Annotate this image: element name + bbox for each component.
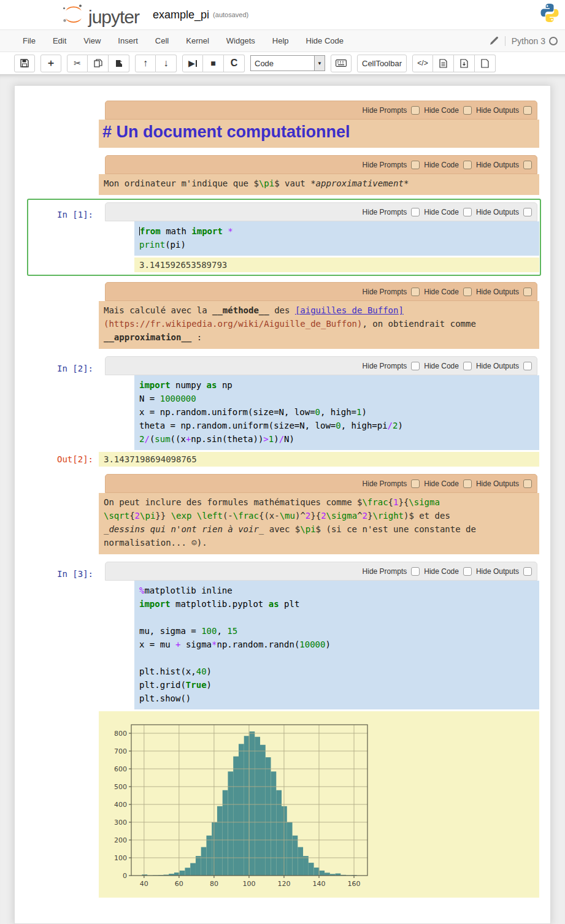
blank-file-button[interactable]: [475, 55, 496, 72]
hide-prompts-checkbox[interactable]: [411, 208, 420, 216]
svg-text:120: 120: [277, 880, 290, 888]
hide-prompts-checkbox[interactable]: [411, 288, 420, 296]
hide-outputs-checkbox[interactable]: [523, 362, 532, 370]
run-cell-button[interactable]: ▶: [182, 55, 203, 72]
markdown-source[interactable]: Mais calculé avec la __méthode__ des [ai…: [99, 301, 539, 349]
svg-text:500: 500: [114, 783, 127, 791]
jupyter-logo[interactable]: jupyter: [61, 3, 139, 26]
hide-code-checkbox[interactable]: [463, 161, 472, 169]
notebook-header: jupyter example_pi (autosaved): [0, 0, 565, 29]
menu-item-edit[interactable]: Edit: [44, 31, 75, 50]
menu-item-cell[interactable]: Cell: [147, 31, 177, 50]
cell-controls-band: Hide PromptsHide CodeHide Outputs: [105, 202, 537, 221]
markdown-cell: Hide PromptsHide CodeHide OutputsOn peut…: [15, 474, 539, 554]
text-token: $ vaut: [274, 178, 310, 188]
hide-code-checkbox[interactable]: [463, 288, 472, 296]
menu-item-widgets[interactable]: Widgets: [218, 31, 264, 50]
text-token: ): [398, 421, 402, 430]
cell-input-row: Hide PromptsHide CodeHide OutputsMon ord…: [15, 155, 539, 195]
text-token: as: [207, 380, 217, 390]
code-editor[interactable]: from math import *print(pi): [134, 221, 539, 256]
scissors-icon: ✂: [74, 58, 81, 68]
input-prompt: [15, 474, 99, 554]
menu-item-insert[interactable]: Insert: [109, 31, 147, 50]
cell-main-area: Hide PromptsHide CodeHide Outputs%matplo…: [99, 562, 539, 709]
svg-text:100: 100: [242, 880, 255, 888]
export-pdf-button[interactable]: [454, 55, 475, 72]
copy-cell-button[interactable]: [88, 55, 109, 72]
interrupt-kernel-button[interactable]: ■: [203, 55, 224, 72]
notebook-title[interactable]: example_pi: [153, 9, 209, 21]
cell-type-dropdown[interactable]: Code ▼: [250, 55, 325, 71]
menu-item-hide-code[interactable]: Hide Code: [298, 31, 352, 50]
markdown-line: Mon ordinateur m'indique que $\pi$ vaut …: [104, 177, 533, 191]
text-token: math: [161, 226, 192, 236]
menu-item-file[interactable]: File: [14, 31, 44, 50]
text-token: \left: [197, 511, 223, 521]
cut-cell-button[interactable]: ✂: [67, 55, 88, 72]
code-editor[interactable]: import numpy as npN = 1000000x = np.rand…: [134, 375, 539, 450]
hide-code-checkbox[interactable]: [463, 567, 472, 576]
input-prompt: [15, 282, 99, 349]
hide-outputs-checkbox[interactable]: [523, 106, 532, 115]
text-token: On peut inclure des formules mathématiqu…: [104, 497, 362, 507]
markdown-line: normalisation... ☺).: [104, 536, 533, 550]
move-cell-up-button[interactable]: ↑: [135, 55, 156, 72]
add-cell-button[interactable]: ＋: [40, 55, 61, 72]
hide-code-checkbox[interactable]: [463, 362, 472, 370]
paste-icon: [115, 59, 123, 67]
celltoolbar-button[interactable]: CellToolbar: [357, 55, 407, 72]
text-token: , high=pi: [341, 421, 388, 430]
cell-input-row: In [2]:Hide PromptsHide CodeHide Outputs…: [15, 356, 539, 450]
kernel-idle-icon: [549, 37, 558, 45]
hide-prompts-checkbox[interactable]: [411, 106, 420, 115]
text-token: 15: [227, 626, 237, 636]
python-logo-icon: [539, 2, 560, 23]
toggle-code-view-button[interactable]: </>: [412, 55, 433, 72]
code-line: [139, 611, 534, 624]
markdown-source[interactable]: Mon ordinateur m'indique que $\pi$ vaut …: [99, 174, 539, 195]
hide-outputs-checkbox[interactable]: [523, 208, 532, 216]
autosave-status: (autosaved): [213, 11, 248, 18]
text-token: ^: [357, 511, 362, 521]
menu-item-kernel[interactable]: Kernel: [177, 31, 218, 50]
hide-prompts-label: Hide Prompts: [363, 161, 407, 169]
save-button[interactable]: [14, 55, 35, 72]
hide-outputs-label: Hide Outputs: [476, 106, 519, 115]
hide-outputs-checkbox[interactable]: [523, 161, 532, 169]
markdown-source[interactable]: On peut inclure des formules mathématiqu…: [99, 493, 539, 554]
hide-prompts-checkbox[interactable]: [411, 479, 420, 488]
hide-prompts-checkbox[interactable]: [411, 362, 420, 370]
cell-main-area: Hide PromptsHide CodeHide Outputsfrom ma…: [99, 202, 539, 256]
dropdown-arrow-icon: ▼: [314, 56, 325, 71]
hide-outputs-checkbox[interactable]: [523, 288, 532, 296]
hide-prompts-checkbox[interactable]: [411, 161, 420, 169]
output-prompt: Out[2]:: [15, 452, 99, 467]
menu-item-view[interactable]: View: [75, 31, 109, 50]
text-token: import: [139, 380, 171, 390]
paste-cell-button[interactable]: [109, 55, 129, 72]
text-token: matplotlib inline: [144, 586, 232, 595]
hide-code-checkbox[interactable]: [463, 479, 472, 488]
text-token: 2: [306, 511, 310, 521]
hide-code-label: Hide Code: [424, 479, 459, 488]
text-token: 0: [315, 407, 320, 417]
hide-prompts-checkbox[interactable]: [411, 567, 420, 576]
code-line: plt.show(): [139, 692, 534, 705]
markdown-source[interactable]: # Un document computationnel: [99, 120, 539, 148]
notebook-file-button[interactable]: [433, 55, 454, 72]
text-token: )^: [295, 511, 306, 521]
hide-code-checkbox[interactable]: [463, 106, 472, 115]
restart-kernel-button[interactable]: C: [224, 55, 245, 72]
code-cell: In [3]:Hide PromptsHide CodeHide Outputs…: [15, 562, 539, 898]
code-editor[interactable]: %matplotlib inlineimport matplotlib.pypl…: [134, 581, 539, 709]
hide-outputs-checkbox[interactable]: [523, 479, 532, 488]
hide-code-checkbox[interactable]: [463, 208, 472, 216]
chart-output-area: 4060801001201401600100200300400500600700…: [99, 711, 539, 898]
notebook-container: Hide PromptsHide CodeHide Outputs# Un do…: [14, 85, 551, 924]
menu-item-help[interactable]: Help: [264, 31, 298, 50]
text-token: \sigma: [409, 497, 440, 507]
hide-outputs-checkbox[interactable]: [523, 567, 532, 576]
move-cell-down-button[interactable]: ↓: [156, 55, 177, 72]
command-palette-button[interactable]: [331, 55, 352, 72]
